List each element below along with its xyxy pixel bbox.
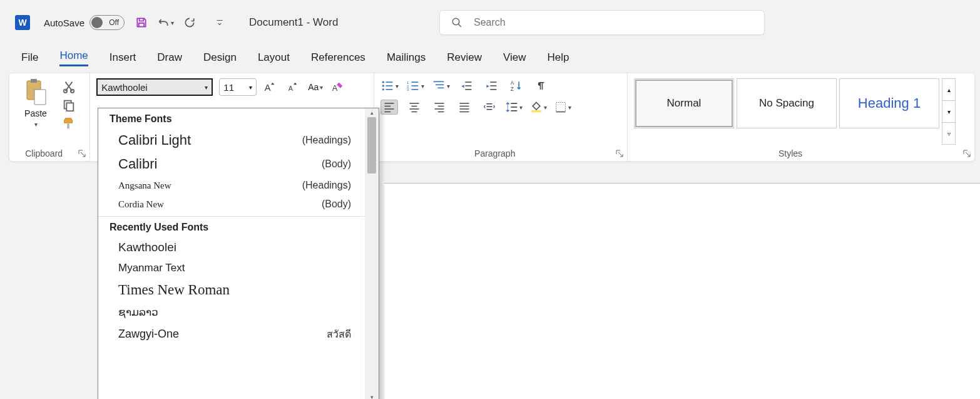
font-item[interactable]: ຊາມລາວ [98, 302, 365, 323]
tab-draw[interactable]: Draw [157, 49, 182, 66]
tab-help[interactable]: Help [548, 49, 569, 66]
format-painter-icon[interactable] [62, 117, 76, 131]
tab-mailings[interactable]: Mailings [387, 49, 426, 66]
clipboard-group-label: Clipboard [9, 148, 78, 158]
svg-text:A: A [288, 85, 293, 92]
font-item[interactable]: Calibri Light(Headings) [98, 128, 365, 152]
font-item[interactable]: Times New Roman [98, 278, 365, 302]
undo-button[interactable]: ▾ [157, 16, 174, 29]
svg-point-13 [382, 81, 384, 83]
clipboard-group: Paste ▾ Clipboard [9, 73, 90, 161]
distributed-button[interactable] [481, 100, 498, 115]
chevron-down-icon: ▾ [34, 121, 38, 128]
cut-icon[interactable] [62, 80, 76, 93]
bullets-button[interactable]: ▾ [380, 80, 399, 92]
svg-point-15 [382, 85, 384, 86]
ribbon-tabs: File Home Insert Draw Design Layout Refe… [0, 45, 980, 69]
copy-icon[interactable] [62, 98, 76, 112]
font-item[interactable]: Zawgyi-Oneสวัสดี [98, 323, 365, 346]
tab-insert[interactable]: Insert [110, 49, 136, 66]
svg-rect-9 [67, 123, 69, 128]
styles-down-button[interactable]: ▾ [942, 101, 955, 123]
search-input[interactable] [474, 17, 753, 28]
paragraph-dialog-launcher[interactable] [615, 148, 625, 158]
scroll-down-icon[interactable]: ▾ [365, 393, 379, 399]
tab-layout[interactable]: Layout [258, 49, 290, 66]
increase-indent-button[interactable] [482, 78, 500, 93]
font-dropdown: Theme Fonts Calibri Light(Headings) Cali… [98, 108, 379, 399]
autosave-label: AutoSave [44, 18, 84, 28]
svg-rect-8 [66, 103, 73, 111]
style-normal[interactable]: Normal [634, 78, 734, 128]
show-paragraph-marks-button[interactable] [533, 78, 550, 93]
svg-line-1 [458, 24, 461, 27]
tab-file[interactable]: File [21, 49, 38, 66]
svg-text:A: A [265, 83, 271, 93]
scroll-up-icon[interactable]: ▴ [365, 108, 379, 117]
shrink-font-button[interactable]: A [284, 80, 302, 95]
font-item[interactable]: Calibri(Body) [98, 152, 365, 176]
chevron-down-icon: ▾ [249, 84, 252, 91]
numbering-button[interactable]: 123▾ [406, 80, 424, 92]
svg-text:A: A [510, 80, 514, 86]
font-name-value: Kawthoolei [101, 82, 147, 93]
autosave-state: Off [109, 18, 119, 27]
redo-button[interactable] [183, 16, 197, 29]
font-size-combo[interactable]: 11 ▾ [219, 78, 257, 96]
style-heading-1[interactable]: Heading 1 [839, 78, 939, 128]
tab-references[interactable]: References [311, 49, 365, 66]
scroll-thumb[interactable] [367, 117, 376, 174]
styles-more-button[interactable]: ▿ [942, 123, 955, 144]
style-no-spacing[interactable]: No Spacing [737, 78, 837, 128]
save-icon[interactable] [135, 16, 148, 29]
clipboard-dialog-launcher[interactable] [77, 148, 87, 158]
word-app-icon: W [15, 15, 30, 30]
tab-view[interactable]: View [503, 49, 526, 66]
change-case-button[interactable]: Aa▾ [307, 80, 324, 95]
document-canvas[interactable] [384, 183, 980, 399]
chevron-down-icon: ▾ [171, 19, 174, 26]
chevron-down-icon: ▾ [205, 84, 208, 91]
svg-rect-4 [34, 90, 46, 105]
svg-rect-58 [531, 110, 541, 112]
styles-dialog-launcher[interactable] [962, 148, 972, 158]
svg-rect-59 [556, 103, 565, 112]
clear-formatting-button[interactable]: A [329, 80, 347, 95]
align-center-button[interactable] [406, 100, 423, 115]
paste-icon [23, 78, 48, 106]
font-name-combo[interactable]: Kawthoolei ▾ [96, 78, 213, 96]
multilevel-list-button[interactable]: ▾ [432, 80, 450, 92]
align-right-button[interactable] [431, 100, 448, 115]
paragraph-group: ▾ 123▾ ▾ AZ ▾ ▾ ▾ Paragraph [374, 73, 628, 161]
paste-button[interactable]: Paste ▾ [16, 78, 56, 145]
styles-group: Normal No Spacing Heading 1 ▴ ▾ ▿ Styles [628, 73, 974, 161]
decrease-indent-button[interactable] [457, 78, 475, 93]
theme-fonts-heading: Theme Fonts [98, 108, 365, 128]
font-item[interactable]: Angsana New(Headings) [98, 176, 365, 195]
svg-rect-3 [31, 79, 37, 83]
styles-up-button[interactable]: ▴ [942, 79, 955, 101]
grow-font-button[interactable]: A [262, 80, 279, 95]
tab-design[interactable]: Design [203, 49, 237, 66]
tab-review[interactable]: Review [447, 49, 482, 66]
font-item[interactable]: Kawthoolei [98, 237, 365, 258]
autosave-toggle[interactable]: Off [89, 15, 125, 30]
sort-button[interactable]: AZ [508, 78, 525, 93]
search-box[interactable] [439, 10, 765, 35]
font-item[interactable]: Cordia New(Body) [98, 195, 365, 214]
search-icon [451, 17, 462, 28]
justify-button[interactable] [456, 100, 473, 115]
svg-text:Z: Z [510, 86, 513, 92]
font-dropdown-scrollbar[interactable]: ▴ ▾ [365, 108, 379, 399]
font-item[interactable]: Myanmar Text [98, 258, 365, 278]
borders-button[interactable]: ▾ [554, 101, 571, 113]
align-left-button[interactable] [380, 100, 398, 115]
shading-button[interactable]: ▾ [530, 101, 547, 113]
qat-customize-icon[interactable] [213, 16, 227, 29]
svg-text:A: A [332, 83, 338, 93]
line-spacing-button[interactable]: ▾ [506, 101, 523, 113]
tab-home[interactable]: Home [59, 47, 88, 66]
recent-fonts-heading: Recently Used Fonts [98, 217, 365, 237]
paragraph-group-label: Paragraph [374, 148, 616, 158]
svg-point-0 [452, 18, 459, 25]
